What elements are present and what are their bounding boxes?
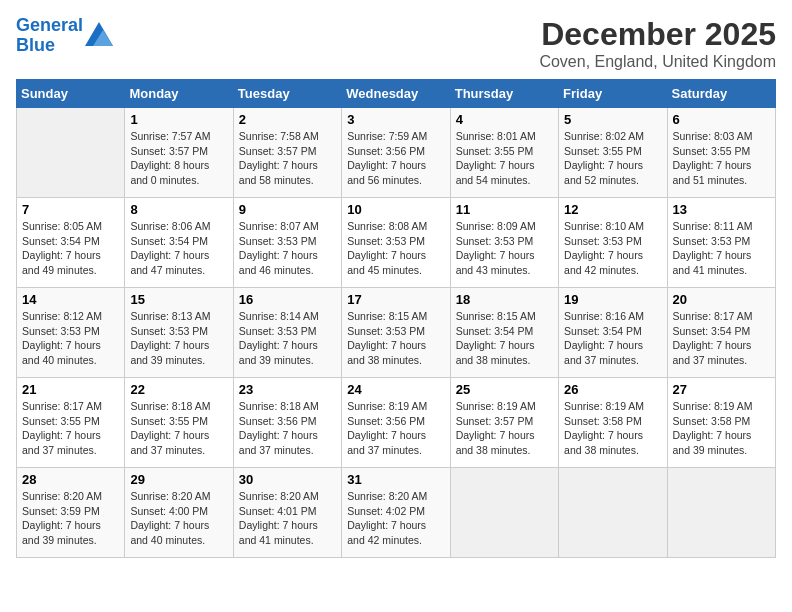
calendar-cell: 22Sunrise: 8:18 AMSunset: 3:55 PMDayligh… (125, 378, 233, 468)
location-title: Coven, England, United Kingdom (539, 53, 776, 71)
day-number: 3 (347, 112, 444, 127)
weekday-header-saturday: Saturday (667, 80, 775, 108)
day-info: Sunrise: 8:08 AMSunset: 3:53 PMDaylight:… (347, 219, 444, 278)
day-number: 5 (564, 112, 661, 127)
calendar-cell: 27Sunrise: 8:19 AMSunset: 3:58 PMDayligh… (667, 378, 775, 468)
calendar-cell: 19Sunrise: 8:16 AMSunset: 3:54 PMDayligh… (559, 288, 667, 378)
weekday-header-wednesday: Wednesday (342, 80, 450, 108)
calendar-week-row: 21Sunrise: 8:17 AMSunset: 3:55 PMDayligh… (17, 378, 776, 468)
calendar-cell (667, 468, 775, 558)
calendar-cell: 17Sunrise: 8:15 AMSunset: 3:53 PMDayligh… (342, 288, 450, 378)
day-info: Sunrise: 7:58 AMSunset: 3:57 PMDaylight:… (239, 129, 336, 188)
day-info: Sunrise: 7:59 AMSunset: 3:56 PMDaylight:… (347, 129, 444, 188)
calendar-cell (559, 468, 667, 558)
calendar-cell: 1Sunrise: 7:57 AMSunset: 3:57 PMDaylight… (125, 108, 233, 198)
day-number: 13 (673, 202, 770, 217)
calendar-cell: 15Sunrise: 8:13 AMSunset: 3:53 PMDayligh… (125, 288, 233, 378)
day-info: Sunrise: 8:19 AMSunset: 3:58 PMDaylight:… (673, 399, 770, 458)
day-number: 1 (130, 112, 227, 127)
weekday-header-sunday: Sunday (17, 80, 125, 108)
day-number: 15 (130, 292, 227, 307)
day-number: 31 (347, 472, 444, 487)
day-number: 22 (130, 382, 227, 397)
calendar-cell: 31Sunrise: 8:20 AMSunset: 4:02 PMDayligh… (342, 468, 450, 558)
day-info: Sunrise: 8:20 AMSunset: 4:02 PMDaylight:… (347, 489, 444, 548)
day-number: 25 (456, 382, 553, 397)
day-number: 27 (673, 382, 770, 397)
calendar-cell: 29Sunrise: 8:20 AMSunset: 4:00 PMDayligh… (125, 468, 233, 558)
logo: General Blue (16, 16, 113, 56)
day-info: Sunrise: 8:09 AMSunset: 3:53 PMDaylight:… (456, 219, 553, 278)
calendar-cell: 4Sunrise: 8:01 AMSunset: 3:55 PMDaylight… (450, 108, 558, 198)
day-info: Sunrise: 7:57 AMSunset: 3:57 PMDaylight:… (130, 129, 227, 188)
weekday-header-thursday: Thursday (450, 80, 558, 108)
day-number: 24 (347, 382, 444, 397)
day-info: Sunrise: 8:20 AMSunset: 3:59 PMDaylight:… (22, 489, 119, 548)
calendar-cell (17, 108, 125, 198)
day-info: Sunrise: 8:17 AMSunset: 3:55 PMDaylight:… (22, 399, 119, 458)
calendar-cell: 6Sunrise: 8:03 AMSunset: 3:55 PMDaylight… (667, 108, 775, 198)
title-area: December 2025 Coven, England, United Kin… (539, 16, 776, 71)
calendar-cell: 13Sunrise: 8:11 AMSunset: 3:53 PMDayligh… (667, 198, 775, 288)
day-info: Sunrise: 8:07 AMSunset: 3:53 PMDaylight:… (239, 219, 336, 278)
calendar-week-row: 28Sunrise: 8:20 AMSunset: 3:59 PMDayligh… (17, 468, 776, 558)
day-info: Sunrise: 8:17 AMSunset: 3:54 PMDaylight:… (673, 309, 770, 368)
day-info: Sunrise: 8:18 AMSunset: 3:55 PMDaylight:… (130, 399, 227, 458)
calendar-cell: 26Sunrise: 8:19 AMSunset: 3:58 PMDayligh… (559, 378, 667, 468)
calendar-cell: 7Sunrise: 8:05 AMSunset: 3:54 PMDaylight… (17, 198, 125, 288)
calendar-week-row: 7Sunrise: 8:05 AMSunset: 3:54 PMDaylight… (17, 198, 776, 288)
day-info: Sunrise: 8:03 AMSunset: 3:55 PMDaylight:… (673, 129, 770, 188)
calendar-cell: 30Sunrise: 8:20 AMSunset: 4:01 PMDayligh… (233, 468, 341, 558)
day-info: Sunrise: 8:15 AMSunset: 3:53 PMDaylight:… (347, 309, 444, 368)
day-info: Sunrise: 8:10 AMSunset: 3:53 PMDaylight:… (564, 219, 661, 278)
month-title: December 2025 (539, 16, 776, 53)
calendar-cell: 11Sunrise: 8:09 AMSunset: 3:53 PMDayligh… (450, 198, 558, 288)
weekday-header-row: SundayMondayTuesdayWednesdayThursdayFrid… (17, 80, 776, 108)
day-number: 10 (347, 202, 444, 217)
day-info: Sunrise: 8:20 AMSunset: 4:00 PMDaylight:… (130, 489, 227, 548)
day-info: Sunrise: 8:02 AMSunset: 3:55 PMDaylight:… (564, 129, 661, 188)
header: General Blue December 2025 Coven, Englan… (16, 16, 776, 71)
calendar-cell: 24Sunrise: 8:19 AMSunset: 3:56 PMDayligh… (342, 378, 450, 468)
calendar-cell: 21Sunrise: 8:17 AMSunset: 3:55 PMDayligh… (17, 378, 125, 468)
day-number: 16 (239, 292, 336, 307)
day-number: 29 (130, 472, 227, 487)
calendar-week-row: 1Sunrise: 7:57 AMSunset: 3:57 PMDaylight… (17, 108, 776, 198)
day-info: Sunrise: 8:19 AMSunset: 3:57 PMDaylight:… (456, 399, 553, 458)
day-info: Sunrise: 8:06 AMSunset: 3:54 PMDaylight:… (130, 219, 227, 278)
day-number: 30 (239, 472, 336, 487)
calendar-cell: 25Sunrise: 8:19 AMSunset: 3:57 PMDayligh… (450, 378, 558, 468)
day-info: Sunrise: 8:19 AMSunset: 3:56 PMDaylight:… (347, 399, 444, 458)
day-number: 11 (456, 202, 553, 217)
day-number: 7 (22, 202, 119, 217)
day-info: Sunrise: 8:01 AMSunset: 3:55 PMDaylight:… (456, 129, 553, 188)
day-number: 4 (456, 112, 553, 127)
weekday-header-friday: Friday (559, 80, 667, 108)
calendar-cell: 20Sunrise: 8:17 AMSunset: 3:54 PMDayligh… (667, 288, 775, 378)
logo-text: General Blue (16, 16, 83, 56)
day-number: 18 (456, 292, 553, 307)
calendar-cell: 16Sunrise: 8:14 AMSunset: 3:53 PMDayligh… (233, 288, 341, 378)
weekday-header-tuesday: Tuesday (233, 80, 341, 108)
day-number: 2 (239, 112, 336, 127)
day-info: Sunrise: 8:16 AMSunset: 3:54 PMDaylight:… (564, 309, 661, 368)
day-info: Sunrise: 8:11 AMSunset: 3:53 PMDaylight:… (673, 219, 770, 278)
day-number: 14 (22, 292, 119, 307)
day-number: 12 (564, 202, 661, 217)
day-number: 20 (673, 292, 770, 307)
day-number: 23 (239, 382, 336, 397)
day-number: 17 (347, 292, 444, 307)
calendar-cell: 23Sunrise: 8:18 AMSunset: 3:56 PMDayligh… (233, 378, 341, 468)
calendar-cell: 10Sunrise: 8:08 AMSunset: 3:53 PMDayligh… (342, 198, 450, 288)
calendar-table: SundayMondayTuesdayWednesdayThursdayFrid… (16, 79, 776, 558)
calendar-cell: 8Sunrise: 8:06 AMSunset: 3:54 PMDaylight… (125, 198, 233, 288)
day-number: 28 (22, 472, 119, 487)
day-info: Sunrise: 8:12 AMSunset: 3:53 PMDaylight:… (22, 309, 119, 368)
calendar-cell: 9Sunrise: 8:07 AMSunset: 3:53 PMDaylight… (233, 198, 341, 288)
day-number: 6 (673, 112, 770, 127)
day-number: 26 (564, 382, 661, 397)
day-info: Sunrise: 8:20 AMSunset: 4:01 PMDaylight:… (239, 489, 336, 548)
day-number: 19 (564, 292, 661, 307)
calendar-cell: 12Sunrise: 8:10 AMSunset: 3:53 PMDayligh… (559, 198, 667, 288)
calendar-cell (450, 468, 558, 558)
